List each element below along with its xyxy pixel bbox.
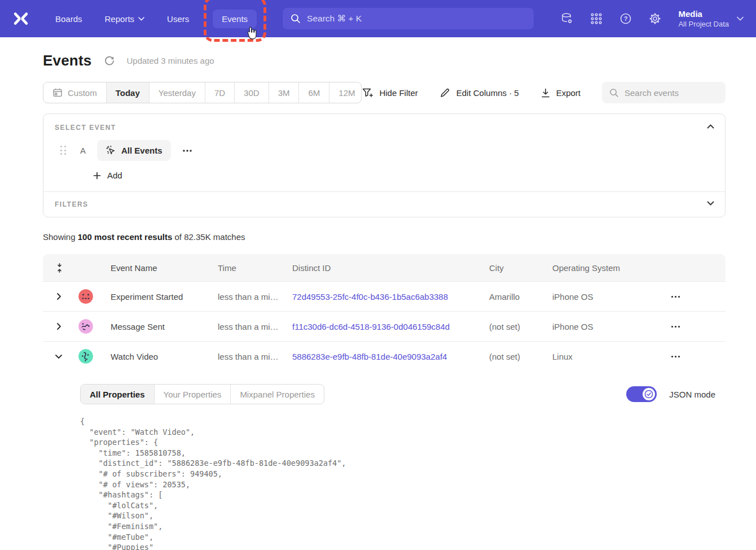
events-table: Event Name Time Distinct ID City Operati… xyxy=(43,254,726,550)
row-menu-icon[interactable] xyxy=(655,295,726,298)
event-more-options-icon[interactable] xyxy=(180,147,195,155)
event-row-letter: A xyxy=(80,146,86,155)
table-row[interactable]: Experiment Started less than a min... 72… xyxy=(43,281,726,311)
date-3m[interactable]: 3M xyxy=(269,82,299,103)
date-7d[interactable]: 7D xyxy=(205,82,234,103)
tab-mixpanel-properties[interactable]: Mixpanel Properties xyxy=(230,385,324,404)
event-os: iPhone OS xyxy=(552,322,655,331)
main-content: Events Updated 3 minutes ago Custom Toda… xyxy=(43,52,726,550)
svg-text:?: ? xyxy=(624,15,628,22)
json-mode-toggle[interactable] xyxy=(626,386,657,402)
json-mode-control: JSON mode xyxy=(626,386,715,402)
column-header-distinct-id[interactable]: Distinct ID xyxy=(292,263,489,273)
row-menu-icon[interactable] xyxy=(655,355,726,358)
select-event-section: SELECT EVENT A All Events xyxy=(43,114,725,191)
download-icon xyxy=(540,88,551,98)
global-search-input[interactable]: Search ⌘ + K xyxy=(283,8,534,29)
mixpanel-logo-icon[interactable] xyxy=(11,9,30,28)
event-time: less than a min... xyxy=(218,352,292,361)
pencil-icon xyxy=(439,87,451,98)
calendar-icon xyxy=(52,88,63,98)
date-custom[interactable]: Custom xyxy=(43,82,106,103)
add-event-button[interactable]: Add xyxy=(93,171,133,180)
event-time: less than a min... xyxy=(218,292,292,302)
event-city: Amarillo xyxy=(489,292,552,302)
event-json-viewer[interactable]: { "event": "Watch Video", "properties": … xyxy=(80,416,715,550)
table-header-row: Event Name Time Distinct ID City Operati… xyxy=(43,254,726,281)
distinct-id-link[interactable]: 72d49553-25fc-4f0c-b436-1b5ac6ab3388 xyxy=(292,292,489,302)
edit-columns-button[interactable]: Edit Columns · 5 xyxy=(439,87,519,98)
row-menu-icon[interactable] xyxy=(655,325,726,328)
column-header-city[interactable]: City xyxy=(489,263,552,273)
nav-users[interactable]: Users xyxy=(158,10,198,28)
search-events-placeholder: Search events xyxy=(625,88,679,98)
avatar-face-pink xyxy=(78,319,93,334)
collapse-section-icon[interactable] xyxy=(704,121,717,132)
event-name: Watch Video xyxy=(97,352,218,361)
column-header-event-name[interactable]: Event Name xyxy=(97,263,218,273)
global-search-placeholder: Search ⌘ + K xyxy=(307,14,362,24)
chevron-down-icon xyxy=(138,17,144,21)
project-subtitle: All Project Data xyxy=(678,20,729,28)
page-title: Events xyxy=(43,52,91,69)
project-switcher[interactable]: Media All Project Data xyxy=(678,9,744,28)
distinct-id-link[interactable]: 5886283e-e9fb-48fb-81de-40e9093a2af4 xyxy=(292,352,489,361)
date-yesterday[interactable]: Yesterday xyxy=(149,82,205,103)
table-row[interactable]: Message Sent less than a min... f11c30d6… xyxy=(43,311,726,341)
select-event-label: SELECT EVENT xyxy=(55,124,714,132)
json-mode-label: JSON mode xyxy=(669,390,715,399)
filters-label: FILTERS xyxy=(55,200,714,208)
avatar-face-teal xyxy=(78,349,93,364)
drag-handle[interactable] xyxy=(60,142,67,159)
search-icon xyxy=(609,88,619,98)
avatar-face-coral xyxy=(78,289,93,304)
summary-prefix: Showing xyxy=(43,232,78,242)
help-icon[interactable]: ? xyxy=(615,8,636,29)
updated-timestamp: Updated 3 minutes ago xyxy=(126,56,214,66)
date-30d[interactable]: 30D xyxy=(234,82,269,103)
table-toolbar: Hide Filter Edit Columns · 5 Export Sear… xyxy=(362,82,726,103)
distinct-id-link[interactable]: f11c30d6-dc6d-4518-9136-0d046159c84d xyxy=(292,322,489,331)
nav-events[interactable]: Events xyxy=(213,10,257,28)
expand-row-icon[interactable] xyxy=(43,322,74,330)
data-management-icon[interactable] xyxy=(556,8,578,29)
hide-filter-button[interactable]: Hide Filter xyxy=(362,88,417,98)
nav-events-wrap: Events xyxy=(213,10,257,28)
date-range-control: Custom Today Yesterday 7D 30D 3M 6M 12M xyxy=(43,82,362,103)
date-6m[interactable]: 6M xyxy=(298,82,329,103)
results-summary: Showing 100 most recent results of 82.35… xyxy=(43,232,726,242)
check-icon xyxy=(644,390,653,399)
collapse-all-rows-icon[interactable] xyxy=(43,263,74,273)
event-time: less than a min... xyxy=(218,322,292,331)
page-header: Events Updated 3 minutes ago xyxy=(43,52,726,69)
tab-all-properties[interactable]: All Properties xyxy=(81,385,154,404)
expand-filters-icon[interactable] xyxy=(704,198,717,208)
apps-grid-icon[interactable] xyxy=(586,8,607,29)
collapse-row-icon[interactable] xyxy=(43,354,74,359)
date-today[interactable]: Today xyxy=(106,82,149,103)
click-sparkle-icon xyxy=(106,145,116,156)
event-avatar xyxy=(74,349,97,364)
settings-gear-icon[interactable] xyxy=(644,8,666,29)
chevron-down-icon xyxy=(737,16,744,21)
add-event-label: Add xyxy=(107,171,122,180)
event-city: (not set) xyxy=(489,352,552,361)
tab-your-properties[interactable]: Your Properties xyxy=(154,385,231,404)
plus-icon xyxy=(93,172,101,180)
summary-suffix: of 82.35K matches xyxy=(172,232,245,242)
nav-reports-label: Reports xyxy=(105,14,135,24)
column-header-os[interactable]: Operating System xyxy=(552,263,655,273)
search-events-input[interactable]: Search events xyxy=(602,82,726,103)
expand-row-icon[interactable] xyxy=(43,293,74,300)
nav-boards[interactable]: Boards xyxy=(46,10,91,28)
filters-section[interactable]: FILTERS xyxy=(43,192,725,217)
nav-reports[interactable]: Reports xyxy=(96,10,154,28)
export-button[interactable]: Export xyxy=(540,88,581,98)
event-avatar xyxy=(74,289,97,304)
table-row-expanded[interactable]: Watch Video less than a min... 5886283e-… xyxy=(43,341,726,371)
date-12m[interactable]: 12M xyxy=(329,82,362,103)
refresh-icon[interactable] xyxy=(104,55,115,67)
properties-tabs: All Properties Your Properties Mixpanel … xyxy=(80,384,324,404)
column-header-time[interactable]: Time xyxy=(218,263,292,273)
event-selector-button[interactable]: All Events xyxy=(97,140,171,161)
